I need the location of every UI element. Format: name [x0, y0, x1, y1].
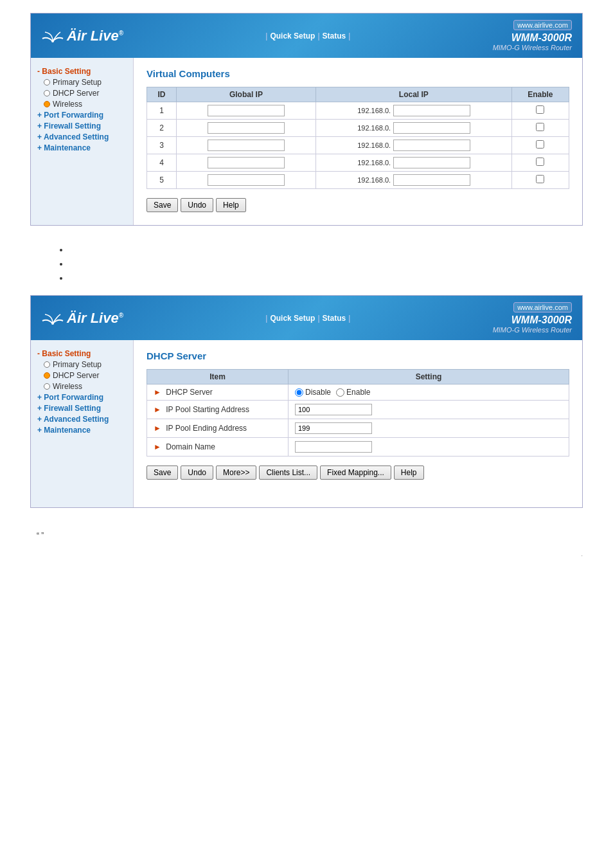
dhcp-undo-button[interactable]: Undo	[181, 466, 213, 480]
domain-name-input[interactable]	[295, 441, 372, 453]
sidebar2-maintenance[interactable]: + Maintenance	[37, 426, 127, 435]
vc-local-ip-suffix-1[interactable]	[393, 105, 470, 116]
dhcp-disable-radio[interactable]	[295, 388, 303, 397]
radio-dot-wireless	[44, 101, 50, 107]
bullet-item	[69, 259, 583, 268]
ip-prefix-2: 192.168.0.	[357, 124, 391, 132]
dhcp-fixed-mapping-button[interactable]: Fixed Mapping...	[320, 466, 391, 480]
sidebar-advanced-setting[interactable]: + Advanced Setting	[37, 132, 127, 141]
sidebar-dhcp-server[interactable]: DHCP Server	[37, 89, 127, 98]
vc-local-ip-suffix-5[interactable]	[393, 174, 470, 186]
vc-global-ip-input-1[interactable]	[208, 105, 285, 116]
vc-row-3: 3 192.168.0.	[147, 137, 569, 154]
vc-local-ip-suffix-3[interactable]	[393, 140, 470, 151]
dhcp-buttons: Save Undo More>> Clients List... Fixed M…	[147, 466, 569, 480]
vc-enable-checkbox-5[interactable]	[536, 175, 544, 183]
status-link[interactable]: Status	[323, 32, 346, 41]
dhcp-row-domain: ► Domain Name	[147, 438, 569, 457]
panel1-main: Virtual Computers ID Global IP Local IP …	[134, 58, 582, 225]
vc-local-ip-suffix-2[interactable]	[393, 122, 470, 134]
dhcp-row-server: ► DHCP Server Disable Enable	[147, 384, 569, 401]
dhcp-save-button[interactable]: Save	[147, 466, 178, 480]
vc-enable-checkbox-4[interactable]	[536, 158, 544, 166]
sidebar2-firewall-setting[interactable]: + Firewall Setting	[37, 404, 127, 413]
vc-local-ip-cell-2: 192.168.0.	[315, 120, 511, 137]
vc-local-ip-cell-3: 192.168.0.	[315, 137, 511, 154]
sidebar-maintenance[interactable]: + Maintenance	[37, 143, 127, 152]
quick-setup-link-2[interactable]: Quick Setup	[270, 314, 315, 323]
dhcp-clients-list-button[interactable]: Clients List...	[259, 466, 317, 480]
svg-point-1	[51, 322, 54, 325]
device-type-2: MIMO-G Wireless Router	[493, 326, 572, 334]
arrow-icon: ►	[154, 388, 161, 397]
sidebar2-wireless[interactable]: Wireless	[37, 382, 127, 391]
col-enable: Enable	[511, 87, 569, 102]
help-button[interactable]: Help	[216, 198, 246, 212]
dhcp-help-button[interactable]: Help	[394, 466, 424, 480]
sidebar2-basic-setting[interactable]: - Basic Setting	[37, 349, 127, 358]
vc-id-5: 5	[147, 172, 177, 189]
dhcp-disable-label[interactable]: Disable	[295, 388, 331, 397]
vc-id-3: 3	[147, 137, 177, 154]
vc-global-ip-input-3[interactable]	[208, 140, 285, 151]
panel2: Äir Live® | Quick Setup | Status | www.a…	[30, 295, 583, 508]
panel1-header: Äir Live® | Quick Setup | Status | www.a…	[31, 14, 582, 58]
dhcp-enable-label[interactable]: Enable	[336, 388, 370, 397]
device-info: www.airlive.com WMM-3000R MIMO-G Wireles…	[493, 20, 572, 51]
dhcp-enable-radio[interactable]	[336, 388, 344, 397]
vc-id-4: 4	[147, 154, 177, 172]
radio-dot-dhcp	[44, 90, 50, 96]
radio-dot-2-primary	[44, 361, 50, 368]
panel2-body: - Basic Setting Primary Setup DHCP Serve…	[31, 340, 582, 507]
device-model: WMM-3000R	[493, 32, 572, 44]
ip-prefix-3: 192.168.0.	[357, 141, 391, 149]
vc-id-1: 1	[147, 102, 177, 120]
dhcp-server-title: DHCP Server	[147, 350, 569, 361]
vc-id-2: 2	[147, 120, 177, 137]
ip-pool-end-input[interactable]	[295, 422, 372, 434]
sidebar-primary-setup[interactable]: Primary Setup	[37, 78, 127, 87]
vc-global-ip-cell-3	[176, 137, 315, 154]
vc-global-ip-input-2[interactable]	[208, 122, 285, 134]
quick-setup-link[interactable]: Quick Setup	[270, 32, 315, 41]
vc-enable-checkbox-1[interactable]	[536, 105, 544, 114]
logo-area-2: Äir Live®	[41, 309, 123, 327]
radio-dot-primary	[44, 79, 50, 86]
dhcp-server-radio: Disable Enable	[295, 388, 562, 397]
sidebar2-advanced-setting[interactable]: + Advanced Setting	[37, 415, 127, 424]
col-local-ip: Local IP	[315, 87, 511, 102]
vc-enable-cell-1	[511, 102, 569, 120]
vc-global-ip-input-5[interactable]	[208, 174, 285, 186]
sidebar-basic-setting[interactable]: - Basic Setting	[37, 67, 127, 76]
vc-enable-checkbox-2[interactable]	[536, 123, 544, 131]
ip-prefix-4: 192.168.0.	[357, 159, 391, 167]
vc-enable-cell-5	[511, 172, 569, 189]
panel1-body: - Basic Setting Primary Setup DHCP Serve…	[31, 58, 582, 225]
col-global-ip: Global IP	[176, 87, 315, 102]
panel2-main: DHCP Server Item Setting ► DHCP Server	[134, 340, 582, 507]
device-model-2: WMM-3000R	[493, 314, 572, 326]
undo-button[interactable]: Undo	[181, 198, 213, 212]
device-info-2: www.airlive.com WMM-3000R MIMO-G Wireles…	[493, 302, 572, 334]
dhcp-col-setting: Setting	[289, 370, 569, 384]
vc-enable-checkbox-3[interactable]	[536, 140, 544, 149]
save-button[interactable]: Save	[147, 198, 178, 212]
sidebar2-primary-setup[interactable]: Primary Setup	[37, 360, 127, 369]
vc-local-ip-cell-4: 192.168.0.	[315, 154, 511, 172]
vc-global-ip-input-4[interactable]	[208, 157, 285, 168]
sidebar-firewall-setting[interactable]: + Firewall Setting	[37, 122, 127, 131]
status-link-2[interactable]: Status	[323, 314, 346, 323]
vc-row-2: 2 192.168.0.	[147, 120, 569, 137]
radio-dot-2-wireless	[44, 383, 50, 390]
sidebar2-dhcp-server[interactable]: DHCP Server	[37, 371, 127, 380]
sidebar-port-forwarding[interactable]: + Port Forwarding	[37, 111, 127, 120]
vc-local-ip-suffix-4[interactable]	[393, 157, 470, 168]
dhcp-more-button[interactable]: More>>	[216, 466, 256, 480]
vc-buttons: Save Undo Help	[147, 198, 569, 212]
dhcp-row-starting: ► IP Pool Starting Address	[147, 401, 569, 419]
vc-local-ip-cell-1: 192.168.0.	[315, 102, 511, 120]
logo-text-2: Äir Live®	[67, 310, 123, 327]
sidebar2-port-forwarding[interactable]: + Port Forwarding	[37, 393, 127, 402]
sidebar-wireless[interactable]: Wireless	[37, 100, 127, 109]
ip-pool-start-input[interactable]	[295, 404, 372, 415]
